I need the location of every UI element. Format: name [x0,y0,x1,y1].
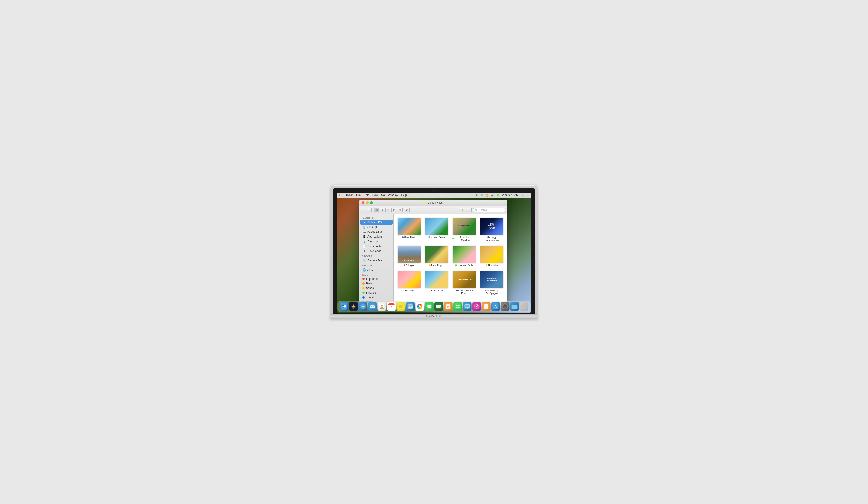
file-label-galapagos: Discovering Galápagos [480,289,504,295]
svg-rect-25 [399,306,402,307]
dock-facetime[interactable] [434,302,443,311]
dock-keynote[interactable] [463,302,472,311]
dock-safari[interactable] [359,302,368,311]
macbook-base: MacBook Air [330,314,538,319]
file-item-girl-hat[interactable]: Birthday Girl [424,270,450,296]
dock-folder[interactable] [510,302,519,311]
finder-content: Favorites 🖥 All My Files 📡 AirDrop [359,214,507,306]
sidebar-item-remote-disc[interactable]: 💿 Remote Disc [360,258,393,263]
minimize-button[interactable] [366,201,369,204]
file-item-southtown[interactable]: Southtown Garden [452,217,477,243]
file-item-galapagos[interactable]: Discovering Galápagos [479,270,505,296]
column-view-button[interactable]: ⊟ [385,207,391,212]
sidebar-label-documents: Documents [368,245,382,248]
svg-rect-42 [447,305,450,306]
view-menu[interactable]: View [372,193,378,197]
sidebar-tag-school[interactable]: School [360,286,393,290]
sidebar-tag-home[interactable]: Home [360,281,393,286]
svg-point-35 [428,306,429,306]
shared-icon: 🌐 [362,268,366,271]
sidebar-label-travel: Travel [366,296,374,299]
sidebar-tag-finance[interactable]: Finance [360,290,393,295]
dock-system-prefs[interactable] [501,302,509,311]
search-box[interactable]: 🔍 Search [473,208,505,212]
dock-notes[interactable] [396,302,405,311]
dock-finder[interactable] [340,302,349,311]
icon-view-button[interactable]: ⊞ [374,207,380,212]
back-button[interactable]: ‹ [361,207,366,212]
file-item-max-julie[interactable]: Max and Julie [452,245,477,268]
sidebar-tag-important[interactable]: Important [360,277,393,281]
finder-menu[interactable]: Finder [344,193,353,197]
svg-point-68 [503,306,504,307]
dock-numbers[interactable] [453,302,462,311]
favorites-section-label: Favorites [359,215,393,220]
file-label-cupcakes: Cupcakes [403,289,415,292]
dock-photos[interactable] [415,302,424,311]
dock-itunes[interactable] [472,302,481,311]
battery-icon: 🔋 [496,194,499,197]
sidebar-item-all-my-files[interactable]: 🖥 All My Files [360,220,393,225]
close-button[interactable] [362,201,364,204]
dock-contacts[interactable] [378,302,386,311]
file-thumb-max-julie [453,246,476,263]
svg-rect-21 [389,304,394,305]
file-item-mom-oscar[interactable]: Mom and Oscar [424,217,450,243]
sidebar-label-icloud: iCloud Drive [368,230,382,234]
macbook-hinge [330,314,538,315]
dock-appstore[interactable]: A [491,302,500,311]
file-thumb-mom-oscar [425,218,448,235]
file-item-first-kiss[interactable]: First Kiss [479,245,505,268]
file-label-girl-hat: Birthday Girl [430,289,444,292]
file-item-bridges[interactable]: Bridges [396,245,422,268]
cover-flow-button[interactable]: ⊡ [391,207,397,212]
dock-mail[interactable] [368,302,377,311]
dock-calendar[interactable]: 9 [387,302,396,311]
dock-trash[interactable] [520,302,528,311]
window-menu[interactable]: Window [388,193,398,197]
sidebar-tag-travel[interactable]: Travel [360,295,393,300]
tag-button[interactable]: ⦾ [466,207,472,212]
file-menu[interactable]: File [356,193,361,197]
file-item-honey[interactable]: Fraser's Honey Farm [452,270,477,296]
file-item-cupcakes[interactable]: Cupcakes [396,270,422,296]
share-view-button[interactable]: ⊞ [397,207,403,212]
sidebar-item-desktop[interactable]: 🖥 Desktop [360,239,393,244]
edit-menu[interactable]: Edit [364,193,369,197]
bridges-tag [403,264,405,266]
svg-point-70 [503,305,505,306]
go-menu[interactable]: Go [381,193,385,197]
sidebar-item-icloud-drive[interactable]: ☁ iCloud Drive [360,229,393,234]
all-my-files-icon: 🖥 [362,220,366,224]
share-button[interactable]: ↑ [459,207,465,212]
documents-icon: 📄 [362,245,366,248]
dock-photo-stream[interactable] [406,302,415,311]
forward-button[interactable]: › [366,207,372,212]
sidebar-item-downloads[interactable]: ⬇ Downloads [360,249,393,254]
sidebar-item-documents[interactable]: 📄 Documents [360,244,393,249]
list-view-button[interactable]: ≡ [380,207,385,212]
dock-pages[interactable] [444,302,453,311]
file-label-first-kiss: First Kiss [486,264,498,267]
notification-center-icon[interactable]: ☰ [526,194,529,197]
help-menu[interactable]: Help [401,193,407,197]
airdrop-icon: 📡 [362,225,366,229]
file-item-new-puppy[interactable]: New Puppy [424,245,450,268]
sidebar-item-all-shared[interactable]: 🌐 All... [360,267,393,272]
apple-menu[interactable]:  [339,193,340,197]
maximize-button[interactable] [370,201,373,204]
sidebar-item-airdrop[interactable]: 📡 AirDrop [360,225,393,229]
svg-rect-24 [399,305,403,306]
dock-launchpad[interactable] [349,302,358,311]
dock-ibooks[interactable] [482,302,490,311]
file-item-pool-party[interactable]: Pool Party [396,217,422,243]
dock-messages[interactable] [425,302,434,311]
action-button[interactable]: ⚙ [404,207,410,212]
downloads-icon: ⬇ [362,249,366,253]
file-item-geology[interactable]: Geology Presentation [479,217,505,243]
sidebar-item-applications[interactable]: 📱 Applications [360,234,393,239]
sidebar-label-all-shared: All... [368,268,373,271]
spotlight-icon[interactable]: 🔍 [521,194,524,197]
desktop-icon: 🖥 [362,240,366,243]
volume-icon: 🔊 [491,194,494,197]
